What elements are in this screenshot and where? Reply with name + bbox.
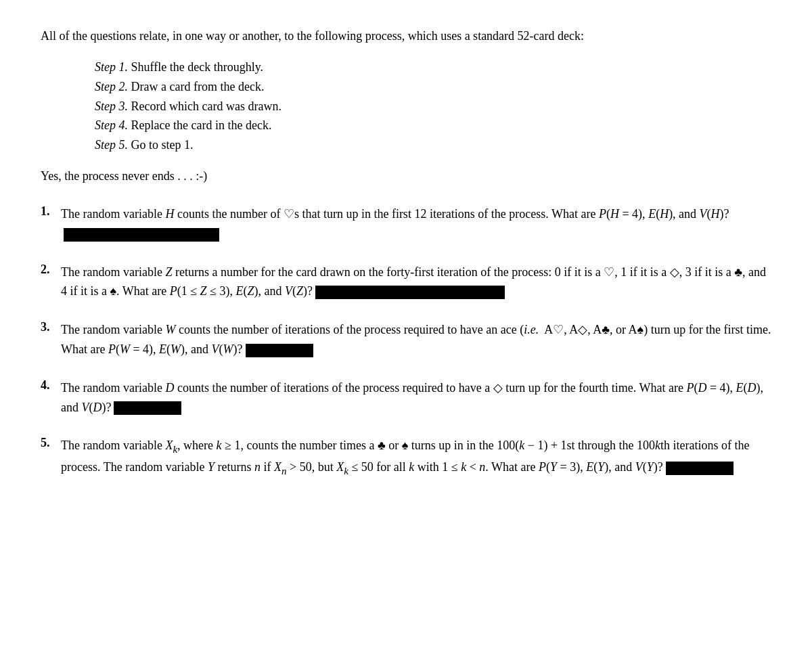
question-2-content: The random variable Z returns a number f… xyxy=(61,263,771,302)
question-5: 5. The random variable Xk, where k ≥ 1, … xyxy=(41,436,771,478)
q1-var-H: H xyxy=(165,207,174,221)
question-2: 2. The random variable Z returns a numbe… xyxy=(41,263,771,302)
intro-section: All of the questions relate, in one way … xyxy=(41,27,771,185)
steps-list: Step 1. Shuffle the deck throughly. Step… xyxy=(95,58,771,155)
question-4: 4. The random variable D counts the numb… xyxy=(41,378,771,418)
question-2-number: 2. xyxy=(41,263,61,277)
question-3-content: The random variable W counts the number … xyxy=(61,320,771,359)
step-5-text: Go to step 1. xyxy=(131,138,194,152)
questions-section: 1. The random variable H counts the numb… xyxy=(41,204,771,479)
yes-line: Yes, the process never ends . . . :-) xyxy=(41,167,771,185)
question-1: 1. The random variable H counts the numb… xyxy=(41,204,771,244)
step-1: Step 1. Shuffle the deck throughly. xyxy=(95,58,771,77)
intro-paragraph: All of the questions relate, in one way … xyxy=(41,27,771,45)
step-4: Step 4. Replace the card in the deck. xyxy=(95,116,771,135)
question-5-content: The random variable Xk, where k ≥ 1, cou… xyxy=(61,436,771,478)
q4-var-D: D xyxy=(165,381,174,395)
step-1-text: Shuffle the deck throughly. xyxy=(131,60,263,74)
question-4-content: The random variable D counts the number … xyxy=(61,378,771,418)
question-1-content: The random variable H counts the number … xyxy=(61,204,771,244)
q5-var-Xk: Xk xyxy=(165,439,177,452)
step-5: Step 5. Go to step 1. xyxy=(95,135,771,155)
q1-answer-redacted xyxy=(64,228,219,242)
q2-math: P xyxy=(170,284,177,298)
q2-var-Z: Z xyxy=(165,265,172,279)
q3-answer-redacted xyxy=(246,344,313,357)
step-3-text: Record which card was drawn. xyxy=(131,99,281,113)
step-1-label: Step 1. xyxy=(95,60,128,74)
question-5-number: 5. xyxy=(41,436,61,450)
step-4-text: Replace the card in the deck. xyxy=(131,118,272,132)
question-4-number: 4. xyxy=(41,378,61,393)
question-3-number: 3. xyxy=(41,320,61,334)
question-3: 3. The random variable W counts the numb… xyxy=(41,320,771,359)
q3-var-W: W xyxy=(165,323,175,336)
q4-answer-redacted xyxy=(114,401,181,415)
q2-answer-redacted xyxy=(315,286,505,299)
q5-answer-redacted xyxy=(666,462,734,475)
or-text: or xyxy=(388,439,399,452)
step-2-text: Draw a card from the deck. xyxy=(131,80,265,93)
step-2: Step 2. Draw a card from the deck. xyxy=(95,77,771,97)
q1-math: P xyxy=(599,207,606,221)
step-3: Step 3. Record which card was drawn. xyxy=(95,97,771,116)
step-2-label: Step 2. xyxy=(95,80,128,93)
step-3-label: Step 3. xyxy=(95,99,128,113)
question-1-number: 1. xyxy=(41,204,61,219)
step-5-label: Step 5. xyxy=(95,138,128,152)
step-4-label: Step 4. xyxy=(95,118,128,132)
